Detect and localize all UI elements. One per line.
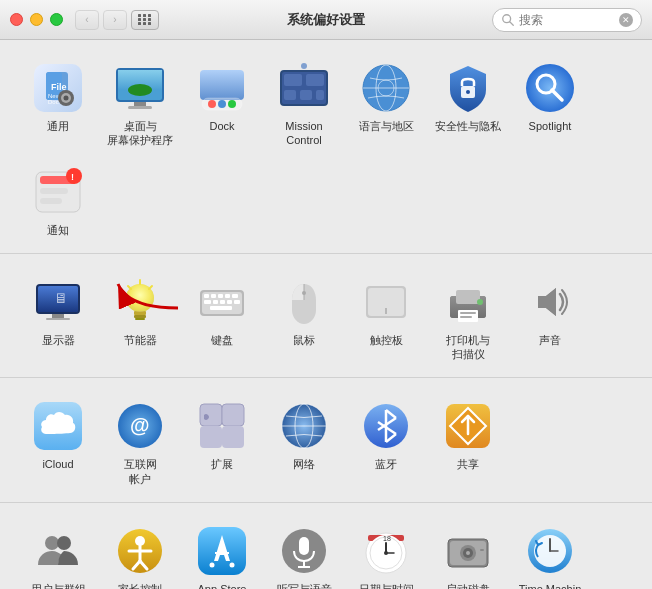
svg-rect-93 [200, 404, 222, 426]
svg-rect-26 [306, 74, 324, 86]
svg-marker-89 [538, 288, 556, 316]
titlebar: ‹ › 系统偏好设置 ✕ [0, 0, 652, 40]
spotlight-label: Spotlight [529, 119, 572, 133]
svg-rect-44 [40, 198, 62, 204]
svg-point-76 [302, 291, 306, 295]
sound-icon [524, 276, 576, 328]
desktop-icon [114, 62, 166, 114]
pref-icloud[interactable]: iCloud [20, 394, 96, 492]
pref-mouse[interactable]: 鼠标 [266, 270, 342, 368]
svg-rect-15 [134, 102, 146, 106]
bluetooth-icon [360, 400, 412, 452]
pref-extensions[interactable]: 扩展 [184, 394, 260, 492]
minimize-button[interactable] [30, 13, 43, 26]
search-input[interactable] [519, 13, 619, 27]
close-button[interactable] [10, 13, 23, 26]
grid-dots-icon [138, 14, 152, 25]
notification-icon: ! [32, 166, 84, 218]
back-button[interactable]: ‹ [75, 10, 99, 30]
search-clear-button[interactable]: ✕ [619, 13, 633, 27]
display-label: 显示器 [42, 333, 75, 347]
search-bar[interactable]: ✕ [492, 8, 642, 32]
preferences-content: File New Doc 通用 [0, 40, 652, 589]
pref-internet[interactable]: @ 互联网帐户 [102, 394, 178, 492]
dock-icon [196, 62, 248, 114]
pref-sharing[interactable]: 共享 [430, 394, 506, 492]
svg-rect-68 [232, 294, 238, 298]
language-icon [360, 62, 412, 114]
pref-mission[interactable]: MissionControl [266, 56, 342, 154]
spotlight-icon [524, 62, 576, 114]
svg-rect-67 [225, 294, 230, 298]
svg-rect-28 [300, 90, 312, 100]
pref-language[interactable]: 语言与地区 [348, 56, 424, 154]
forward-button[interactable]: › [103, 10, 127, 30]
startup-label: 启动磁盘 [446, 582, 490, 589]
printer-icon [442, 276, 494, 328]
pref-sound[interactable]: 声音 [512, 270, 588, 368]
desktop-label: 桌面与屏幕保护程序 [107, 119, 173, 148]
pref-printer[interactable]: 打印机与扫描仪 [430, 270, 506, 368]
pref-notification[interactable]: ! 通知 [20, 160, 96, 243]
section-hardware: 🖥 显示器 [0, 254, 652, 379]
pref-spotlight[interactable]: Spotlight [512, 56, 588, 154]
pref-appstore[interactable]: App Store [184, 519, 260, 589]
sound-label: 声音 [539, 333, 561, 347]
appstore-icon [196, 525, 248, 577]
mission-label: MissionControl [285, 119, 322, 148]
pref-parental[interactable]: 家长控制 [102, 519, 178, 589]
hardware-grid: 🖥 显示器 [20, 270, 632, 368]
svg-point-22 [228, 100, 236, 108]
svg-point-20 [208, 100, 216, 108]
maximize-button[interactable] [50, 13, 63, 26]
svg-rect-98 [222, 426, 244, 448]
svg-rect-69 [204, 300, 211, 304]
svg-rect-64 [204, 294, 209, 298]
nav-buttons: ‹ › [75, 10, 127, 30]
pref-energy[interactable]: 节能器 [102, 270, 178, 368]
svg-point-140 [466, 551, 470, 555]
icloud-label: iCloud [42, 457, 73, 471]
parental-label: 家长控制 [118, 582, 162, 589]
pref-trackpad[interactable]: 触控板 [348, 270, 424, 368]
svg-rect-72 [227, 300, 232, 304]
svg-rect-57 [135, 318, 145, 320]
pref-startup[interactable]: 启动磁盘 [430, 519, 506, 589]
svg-line-1 [510, 21, 514, 25]
pref-bluetooth[interactable]: 蓝牙 [348, 394, 424, 492]
pref-general[interactable]: File New Doc 通用 [20, 56, 96, 154]
svg-rect-25 [284, 74, 302, 86]
svg-point-86 [477, 299, 483, 305]
display-icon: 🖥 [32, 276, 84, 328]
network-label: 网络 [293, 457, 315, 471]
general-label: 通用 [47, 119, 69, 133]
svg-rect-125 [299, 537, 309, 555]
extensions-icon [196, 400, 248, 452]
svg-line-60 [149, 286, 152, 289]
security-icon [442, 62, 494, 114]
pref-desktop[interactable]: 桌面与屏幕保护程序 [102, 56, 178, 154]
general-icon: File New Doc [32, 62, 84, 114]
pref-users[interactable]: 用户与群组 [20, 519, 96, 589]
svg-text:18: 18 [383, 535, 391, 542]
svg-rect-56 [134, 315, 146, 318]
pref-display[interactable]: 🖥 显示器 [20, 270, 96, 368]
dictation-icon [278, 525, 330, 577]
pref-dictation[interactable]: 听写与语音 [266, 519, 342, 589]
svg-point-123 [230, 563, 235, 568]
pref-dock[interactable]: Dock [184, 56, 260, 154]
parental-icon [114, 525, 166, 577]
svg-rect-43 [40, 188, 68, 194]
pref-security[interactable]: 安全性与隐私 [430, 56, 506, 154]
security-label: 安全性与隐私 [435, 119, 501, 133]
startup-icon [442, 525, 494, 577]
timemachine-label: Time Machine [516, 582, 584, 589]
grid-view-button[interactable] [131, 10, 159, 30]
svg-point-113 [57, 536, 71, 550]
pref-network[interactable]: 网络 [266, 394, 342, 492]
svg-rect-70 [213, 300, 218, 304]
pref-datetime[interactable]: 18 日期与时间 [348, 519, 424, 589]
pref-timemachine[interactable]: Time Machine [512, 519, 588, 589]
pref-keyboard[interactable]: 键盘 [184, 270, 260, 368]
svg-point-135 [384, 551, 388, 555]
